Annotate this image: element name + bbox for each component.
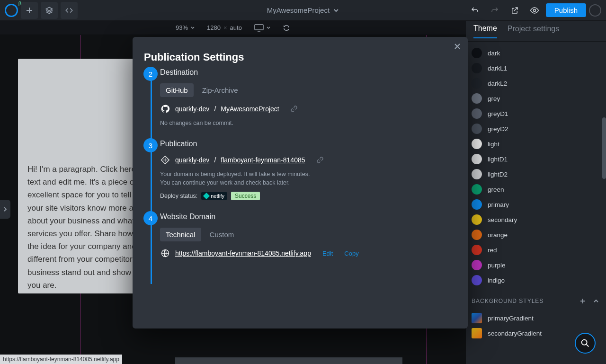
close-icon	[454, 43, 461, 50]
color-swatch	[472, 214, 482, 225]
domain-tabs: Technical Custom	[160, 228, 457, 241]
deploy-status-label: Deploy status:	[160, 193, 197, 199]
color-swatch	[472, 154, 482, 164]
domain-url[interactable]: https://flamboyant-feynman-814085.netlif…	[175, 249, 311, 257]
color-swatch-row[interactable]: red	[472, 242, 604, 257]
color-label: darkL1	[488, 65, 507, 72]
color-swatch-row[interactable]: light	[472, 136, 604, 151]
github-owner[interactable]: quarkly-dev	[175, 105, 209, 113]
canvas-size[interactable]: 1280 × auto	[207, 24, 242, 31]
color-swatch-row[interactable]: purple	[472, 257, 604, 273]
color-swatch-row[interactable]: greyD2	[472, 121, 604, 136]
app-logo[interactable]	[5, 4, 18, 17]
svg-point-3	[582, 340, 587, 345]
sidebar-content[interactable]: darkdarkL1darkL2greygreyD1greyD2lightlig…	[466, 42, 606, 364]
tab-project-settings[interactable]: Project settings	[508, 25, 559, 38]
netlify-badge: netlify	[201, 192, 227, 200]
color-swatch-row[interactable]: indigo	[472, 273, 604, 288]
browser-status-bar: https://flamboyant-feynman-814085.netlif…	[0, 355, 122, 364]
color-swatch-row[interactable]: darkL2	[472, 76, 604, 91]
color-swatch-row[interactable]: lightD1	[472, 151, 604, 167]
color-label: indigo	[488, 277, 505, 284]
color-swatch	[472, 199, 482, 210]
detach-repo-button[interactable]	[290, 105, 298, 113]
project-title-dropdown[interactable]: MyAwesomeProject	[267, 6, 339, 14]
color-label: purple	[488, 262, 506, 269]
color-swatch-row[interactable]: primary	[472, 197, 604, 212]
add-bg-style[interactable]	[579, 298, 586, 304]
layers-button[interactable]	[41, 2, 58, 19]
step-connector	[151, 77, 152, 284]
github-repo[interactable]: MyAwesomeProject	[221, 105, 279, 113]
color-swatch	[472, 275, 482, 285]
project-title: MyAwesomeProject	[267, 6, 330, 14]
netlify-owner[interactable]: quarkly-dev	[175, 156, 209, 164]
color-swatch	[472, 48, 482, 58]
add-button[interactable]	[21, 2, 38, 19]
edit-domain-button[interactable]: Edit	[322, 250, 333, 257]
user-avatar[interactable]	[589, 4, 601, 17]
undo-button[interactable]	[466, 2, 483, 19]
collapse-bg-styles[interactable]	[593, 298, 599, 304]
color-label: lightD2	[488, 171, 508, 178]
redo-icon	[490, 6, 499, 15]
netlify-site[interactable]: flamboyant-feynman-814085	[221, 156, 305, 164]
color-swatch-row[interactable]: dark	[472, 45, 604, 61]
chevron-down-icon	[333, 8, 339, 13]
gradient-swatch-row[interactable]: primaryGradient	[472, 311, 604, 326]
path-separator: /	[214, 156, 216, 164]
step-website-domain: 4 Website Domain Technical Custom https:…	[160, 213, 457, 260]
zoom-control[interactable]: 93%	[176, 24, 195, 31]
refresh-button[interactable]	[283, 24, 290, 32]
scrollbar-thumb[interactable]	[602, 117, 606, 179]
svg-rect-1	[255, 25, 263, 30]
color-swatch-row[interactable]: lightD2	[472, 167, 604, 182]
tab-theme[interactable]: Theme	[473, 24, 497, 38]
color-label: greyD1	[488, 110, 508, 117]
tab-github[interactable]: GitHub	[160, 83, 194, 97]
color-swatch	[472, 139, 482, 149]
undo-icon	[471, 6, 479, 15]
step-number: 2	[143, 67, 158, 81]
step-publication: 3 Publication quarkly-dev / flamboyant-f…	[160, 140, 457, 213]
github-icon	[160, 104, 170, 114]
color-swatch	[472, 93, 482, 104]
help-button[interactable]	[575, 333, 596, 354]
redo-button[interactable]	[486, 2, 503, 19]
times-sep: ×	[223, 24, 227, 31]
expand-left-panel[interactable]	[0, 200, 10, 219]
section-label: BACKGROUND STYLES	[472, 298, 544, 304]
color-swatch-row[interactable]: secondary	[472, 212, 604, 227]
close-button[interactable]	[454, 43, 461, 50]
tab-zip-archive[interactable]: Zip-Archive	[196, 83, 244, 97]
code-button[interactable]	[61, 2, 78, 19]
open-external-button[interactable]	[506, 2, 523, 19]
canvas-controls: 93% 1280 × auto	[0, 21, 466, 35]
deploy-note: Your domain is being deployed. It will t…	[160, 170, 321, 187]
copy-domain-button[interactable]: Copy	[344, 250, 358, 257]
color-swatch-row[interactable]: greyD1	[472, 106, 604, 121]
color-swatch-row[interactable]: darkL1	[472, 61, 604, 76]
unlink-icon	[316, 156, 324, 164]
plus-icon	[26, 7, 33, 14]
color-swatch	[472, 260, 482, 270]
color-swatch-row[interactable]: green	[472, 182, 604, 197]
preview-button[interactable]	[526, 2, 543, 19]
gradient-label: primaryGradient	[488, 315, 534, 322]
top-bar: MyAwesomeProject Publish	[0, 0, 606, 21]
color-label: primary	[488, 201, 509, 208]
color-swatch	[472, 63, 482, 73]
deploy-status-row: Deploy status: netlify Success	[160, 192, 457, 200]
color-swatch-row[interactable]: grey	[472, 91, 604, 106]
color-swatch-row[interactable]: orange	[472, 227, 604, 242]
eye-icon	[530, 6, 539, 15]
detach-site-button[interactable]	[316, 156, 324, 164]
publish-button[interactable]: Publish	[546, 3, 586, 17]
device-selector[interactable]	[254, 24, 270, 32]
tab-technical-domain[interactable]: Technical	[160, 228, 201, 241]
canvas-height: auto	[230, 24, 242, 31]
tab-custom-domain[interactable]: Custom	[204, 228, 240, 241]
color-label: lightD1	[488, 156, 508, 163]
canvas-width: 1280	[207, 24, 221, 31]
domain-url-row: https://flamboyant-feynman-814085.netlif…	[160, 248, 457, 258]
